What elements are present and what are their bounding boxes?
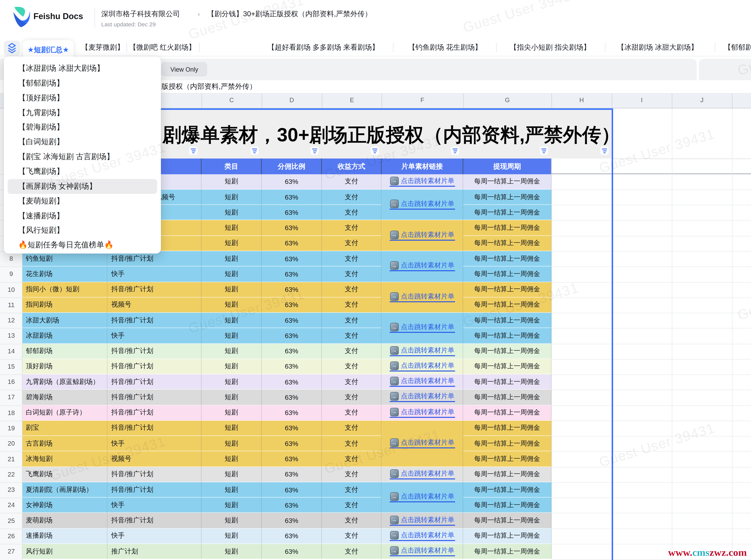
cell-F4[interactable]: →点击跳转素材片单 bbox=[382, 189, 463, 220]
material-list-link[interactable]: →点击跳转素材片单 bbox=[389, 493, 455, 502]
cell-G15[interactable]: 每周一结算上一周佣金 bbox=[463, 359, 552, 375]
cell-E14[interactable]: 支付 bbox=[322, 344, 382, 359]
cell-G16[interactable]: 每周一结算上一周佣金 bbox=[463, 374, 552, 390]
cell-C19[interactable]: 短剧 bbox=[202, 421, 262, 436]
cell-A20[interactable]: 古言剧场 bbox=[23, 436, 107, 452]
cell-B24[interactable]: 快手 bbox=[107, 498, 202, 513]
header-cell-6[interactable]: 提现周期 bbox=[463, 159, 552, 174]
cell-G26[interactable]: 每周一结算上一周佣金 bbox=[463, 528, 552, 544]
sheet-tab-3[interactable]: 【超好看剧场 多多剧场 来看剧场】 bbox=[268, 38, 379, 56]
cell-A17[interactable]: 碧海剧场 bbox=[23, 390, 107, 405]
column-letter-J[interactable]: J bbox=[701, 97, 704, 104]
filter-icon[interactable] bbox=[451, 147, 459, 155]
material-list-link[interactable]: →点击跳转素材片单 bbox=[389, 177, 455, 187]
cell-B14[interactable]: 抖音/推广计划 bbox=[107, 344, 202, 359]
cell-F12[interactable]: →点击跳转素材片单 bbox=[382, 313, 463, 344]
cell-G4[interactable]: 每周一结算上一周佣金 bbox=[463, 189, 552, 205]
cell-F22[interactable]: →点击跳转素材片单 bbox=[382, 467, 463, 482]
cell-C6[interactable]: 短剧 bbox=[202, 220, 262, 236]
cell-G14[interactable]: 每周一结算上一周佣金 bbox=[463, 344, 552, 359]
cell-B23[interactable]: 抖音/推广计划 bbox=[107, 482, 202, 498]
material-list-link[interactable]: →点击跳转素材片单 bbox=[389, 407, 455, 418]
cell-B15[interactable]: 抖音/推广计划 bbox=[107, 359, 202, 375]
cell-C3[interactable]: 短剧 bbox=[202, 174, 262, 189]
material-list-link[interactable]: →点击跳转素材片单 bbox=[389, 531, 455, 541]
cell-E27[interactable]: 支付 bbox=[322, 544, 382, 559]
cell-C9[interactable]: 短剧 bbox=[202, 267, 262, 282]
cell-G22[interactable]: 每周一结算上一周佣金 bbox=[463, 467, 552, 482]
cell-F3[interactable]: →点击跳转素材片单 bbox=[382, 174, 463, 189]
cell-B19[interactable]: 抖音/推广计划 bbox=[107, 421, 202, 436]
cell-E9[interactable]: 支付 bbox=[322, 267, 382, 282]
cell-G11[interactable]: 每周一结算上一周佣金 bbox=[463, 297, 552, 313]
cell-C7[interactable]: 短剧 bbox=[202, 236, 262, 251]
dropdown-item-9[interactable]: 【麦萌短剧】 bbox=[8, 194, 157, 208]
cell-F19[interactable]: →点击跳转素材片单 bbox=[382, 421, 463, 467]
dropdown-item-1[interactable]: 【郁郁剧场】 bbox=[8, 76, 157, 91]
cell-D15[interactable]: 63% bbox=[262, 359, 322, 375]
cell-F8[interactable]: →点击跳转素材片单 bbox=[382, 251, 463, 282]
cell-D25[interactable]: 63% bbox=[262, 513, 322, 528]
column-letter-I[interactable]: I bbox=[641, 97, 643, 104]
cell-D27[interactable]: 63% bbox=[262, 544, 322, 559]
cell-E4[interactable]: 支付 bbox=[322, 189, 382, 205]
cell-D4[interactable]: 63% bbox=[262, 189, 322, 205]
cell-A23[interactable]: 夏清剧院（画屏剧场） bbox=[23, 482, 107, 498]
cell-E15[interactable]: 支付 bbox=[322, 359, 382, 375]
cell-D13[interactable]: 63% bbox=[262, 328, 322, 344]
dropdown-item-11[interactable]: 【风行短剧】 bbox=[8, 223, 157, 238]
cell-G17[interactable]: 每周一结算上一周佣金 bbox=[463, 390, 552, 405]
cell-G18[interactable]: 每周一结算上一周佣金 bbox=[463, 405, 552, 421]
cell-E11[interactable]: 支付 bbox=[322, 297, 382, 313]
cell-E7[interactable]: 支付 bbox=[322, 236, 382, 251]
cell-D3[interactable]: 63% bbox=[262, 174, 322, 189]
dropdown-item-3[interactable]: 【九霄剧场】 bbox=[8, 105, 157, 120]
cell-D9[interactable]: 63% bbox=[262, 267, 322, 282]
cell-A21[interactable]: 冰海短剧 bbox=[23, 451, 107, 467]
cell-G12[interactable]: 每周一结算上一周佣金 bbox=[463, 313, 552, 328]
dropdown-item-4[interactable]: 【碧海剧场】 bbox=[8, 120, 157, 135]
cell-G23[interactable]: 每周一结算上一周佣金 bbox=[463, 482, 552, 498]
cell-A25[interactable]: 麦萌剧场 bbox=[23, 513, 107, 528]
filter-icon[interactable] bbox=[310, 147, 319, 155]
cell-F23[interactable]: →点击跳转素材片单 bbox=[382, 482, 463, 513]
cell-A22[interactable]: 飞鹰剧场 bbox=[23, 467, 107, 482]
cell-E26[interactable]: 支付 bbox=[322, 528, 382, 544]
cell-D26[interactable]: 63% bbox=[262, 528, 322, 544]
cell-C20[interactable]: 短剧 bbox=[202, 436, 262, 452]
cell-B11[interactable]: 视频号 bbox=[107, 297, 202, 313]
sheet-list-button[interactable] bbox=[4, 41, 20, 56]
dropdown-item-8[interactable]: 【画屏剧场 女神剧场】 bbox=[8, 179, 157, 194]
header-cell-3[interactable]: 分佣比例 bbox=[262, 159, 322, 174]
cell-A12[interactable]: 冰甜大剧场 bbox=[23, 313, 107, 328]
cell-F27[interactable]: →点击跳转素材片单 bbox=[382, 544, 463, 559]
breadcrumb-company[interactable]: 深圳市格子科技有限公司 bbox=[101, 9, 180, 19]
dropdown-item-7[interactable]: 【飞鹰剧场】 bbox=[8, 164, 157, 179]
cell-D18[interactable]: 63% bbox=[262, 405, 322, 421]
cell-E20[interactable]: 支付 bbox=[322, 436, 382, 452]
sheet-tab-1[interactable]: 【麦芽微剧】 bbox=[81, 38, 124, 56]
material-list-link[interactable]: →点击跳转素材片单 bbox=[389, 469, 455, 479]
header-cell-5[interactable]: 片单素材链接 bbox=[382, 159, 463, 174]
cell-D7[interactable]: 63% bbox=[262, 236, 322, 251]
sheet-tab-6[interactable]: 【冰甜剧场 冰甜大剧场】 bbox=[617, 38, 698, 56]
cell-E23[interactable]: 支付 bbox=[322, 482, 382, 498]
filter-icon[interactable] bbox=[540, 147, 548, 155]
cell-E18[interactable]: 支付 bbox=[322, 405, 382, 421]
cell-D16[interactable]: 63% bbox=[262, 374, 322, 390]
cell-A18[interactable]: 白词短剧（原子诗） bbox=[23, 405, 107, 421]
cell-A19[interactable]: 剧宝 bbox=[23, 421, 107, 436]
cell-A27[interactable]: 风行短剧 bbox=[23, 544, 107, 559]
cell-B17[interactable]: 抖音/推广计划 bbox=[107, 390, 202, 405]
cell-G5[interactable]: 每周一结算上一周佣金 bbox=[463, 205, 552, 220]
header-cell-2[interactable]: 类目 bbox=[202, 159, 262, 174]
cell-C15[interactable]: 短剧 bbox=[202, 359, 262, 375]
cell-D6[interactable]: 63% bbox=[262, 220, 322, 236]
cell-G3[interactable]: 每周一结算上一周佣金 bbox=[463, 174, 552, 189]
cell-E19[interactable]: 支付 bbox=[322, 421, 382, 436]
sheet-tab-2[interactable]: 【微剧吧 红火剧场】 bbox=[129, 38, 196, 56]
material-list-link[interactable]: →点击跳转素材片单 bbox=[389, 546, 455, 556]
cell-C17[interactable]: 短剧 bbox=[202, 390, 262, 405]
cell-C23[interactable]: 短剧 bbox=[202, 482, 262, 498]
column-letter-G[interactable]: G bbox=[505, 97, 510, 104]
